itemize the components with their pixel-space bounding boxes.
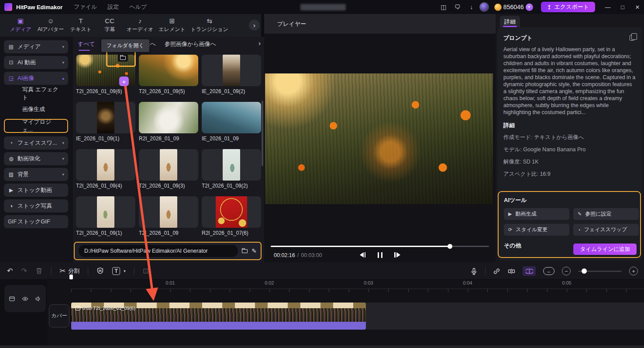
media-thumbnail[interactable] (202, 102, 261, 133)
add-to-timeline-button[interactable]: タイムラインに追加 (573, 244, 637, 255)
feedback-icon[interactable]: 🗨︎ (451, 2, 464, 12)
sidebar-item[interactable]: ◲ AI画像 ▴ (4, 72, 68, 85)
next-frame-button[interactable] (394, 251, 400, 258)
cover-button[interactable]: カバー (49, 304, 69, 327)
link-clips-icon[interactable] (493, 268, 500, 275)
ribbon-more-icon[interactable]: › (249, 20, 260, 31)
export-button[interactable]: ↥ エクスポート (541, 2, 595, 12)
ribbon-tab[interactable]: ▣ メディア (6, 17, 35, 33)
timeline-zoom-slider[interactable] (578, 271, 622, 272)
mute-speaker-icon[interactable] (35, 296, 41, 302)
ai-tool-button[interactable]: ▶ 動画生成 (504, 208, 569, 220)
sidebar-item[interactable]: ◔ フェイススワ... ▾ (4, 136, 68, 150)
credits-area[interactable]: 856046 + (494, 2, 533, 12)
media-tab[interactable]: すべて (78, 40, 95, 51)
ai-tool-button[interactable]: ⟳ スタイル変更 (504, 224, 569, 236)
text-tool-icon[interactable]: T▾ (112, 267, 126, 275)
undo-icon[interactable]: ↶ (7, 267, 13, 275)
ribbon-tab[interactable]: ⇆ トランジション (188, 17, 231, 33)
media-thumbnail[interactable] (202, 55, 261, 86)
media-item[interactable]: T2I_2026_01_09 (139, 196, 198, 236)
open-folder-icon[interactable] (118, 54, 128, 62)
avatar[interactable] (479, 2, 489, 12)
media-item[interactable]: R2I_2026_01_09 (139, 102, 198, 142)
media-thumbnail[interactable] (202, 196, 261, 228)
media-item[interactable]: T2I_2026_01_09(4) (76, 149, 135, 189)
delete-icon[interactable] (35, 267, 43, 275)
sidebar-item[interactable]: GIF ストックGIF (4, 215, 68, 228)
magnet-snap-icon[interactable] (508, 268, 515, 275)
media-thumbnail[interactable] (139, 149, 198, 181)
sidebar-item[interactable]: ▶ ストック動画 (4, 184, 68, 197)
media-item[interactable]: T2I_2026_01_09(5) (139, 55, 198, 94)
copy-icon[interactable] (630, 35, 634, 41)
redo-icon[interactable]: ↷ (21, 267, 27, 275)
media-thumbnail[interactable] (139, 102, 198, 133)
media-item[interactable]: T2I_2026_01_09(2) (202, 149, 261, 189)
player-progress-bar[interactable] (271, 246, 489, 247)
open-folder-path-icon[interactable] (242, 247, 248, 254)
maximize-button[interactable]: □ (616, 2, 629, 12)
media-tabs-more-icon[interactable]: › (258, 39, 261, 47)
download-icon[interactable]: ↓ (465, 2, 478, 12)
close-button[interactable]: ✕ (631, 2, 644, 12)
media-thumbnail[interactable] (76, 149, 135, 181)
track-type-icon[interactable] (9, 296, 15, 302)
media-thumbnail[interactable] (202, 149, 261, 181)
add-to-timeline-plus-button[interactable]: + (119, 77, 129, 86)
menu-help[interactable]: ヘルプ (129, 3, 147, 11)
sidebar-item[interactable]: マイプロジェ... (4, 119, 68, 133)
minimize-button[interactable]: — (601, 2, 614, 12)
sticker-marker-icon[interactable] (96, 267, 104, 275)
ribbon-tab[interactable]: ⊞ エレメント (156, 17, 188, 33)
media-item[interactable]: IE_2026_01_09(1) (76, 102, 135, 142)
sidebar-item[interactable]: ◑ ストック写真 (4, 199, 68, 212)
add-credits-button[interactable]: + (526, 3, 533, 11)
edit-path-icon[interactable]: ✎ (251, 247, 257, 254)
visibility-eye-icon[interactable] (22, 296, 28, 302)
playhead-handle[interactable] (69, 275, 73, 279)
ribbon-tab[interactable]: ☺ AIアバター (35, 17, 66, 33)
media-tab[interactable]: 参照画像から画像へ (165, 40, 216, 51)
media-item[interactable]: R2I_2026_01_07(6) (202, 196, 261, 236)
bottom-scrollbar[interactable] (0, 345, 644, 348)
menu-file[interactable]: ファイル (74, 3, 97, 11)
media-thumbnail[interactable] (139, 55, 198, 86)
pause-button[interactable] (377, 251, 383, 258)
fit-timeline-icon[interactable]: ↔ (543, 267, 554, 275)
timeline-ruler[interactable]: 0:010:020:030:040:05 (71, 280, 644, 292)
media-thumbnail[interactable] (76, 196, 135, 228)
zoom-out-button[interactable]: − (562, 267, 571, 275)
ribbon-tab[interactable]: CC 字幕 (95, 17, 124, 33)
split-button[interactable]: ✂ 分割 (60, 267, 79, 275)
menu-settings[interactable]: 設定 (107, 3, 119, 11)
ai-tool-button[interactable]: ✎ 参照に設定 (573, 208, 639, 220)
sidebar-item[interactable]: ⊡ AI 動画 ▾ (4, 56, 68, 69)
player-preview-image[interactable] (265, 73, 493, 204)
auto-ripple-icon[interactable] (523, 266, 536, 276)
zoom-slider-thumb[interactable] (582, 268, 587, 274)
sidebar-item[interactable]: ◍ 動画強化 ▾ (4, 152, 68, 165)
media-thumbnail[interactable] (76, 102, 135, 133)
keyframe-icon[interactable]: ⊡ (143, 267, 148, 275)
ai-tool-button[interactable]: ◔ フェイススワップ (573, 224, 639, 236)
sidebar-item[interactable]: ▤ メディア ▾ (4, 40, 68, 53)
player-progress-thumb[interactable] (448, 244, 452, 249)
sidebar-item[interactable]: 写真 エフェクト (4, 87, 68, 100)
sidebar-item[interactable]: ▨ 背景 ▾ (4, 168, 68, 181)
record-voice-icon[interactable] (470, 268, 478, 275)
media-item[interactable]: T2I_2026_01_09(3) (139, 149, 198, 189)
media-item[interactable]: T2I_2026_01_09(1) (76, 196, 135, 236)
media-item[interactable]: IE_2026_01_09 (202, 102, 261, 142)
media-item[interactable]: IE_2026_01_09(2) (202, 55, 261, 94)
ribbon-tab[interactable]: ♪ オーディオ (124, 17, 156, 33)
previous-frame-button[interactable] (360, 251, 366, 258)
media-scrollbar[interactable] (262, 101, 263, 166)
media-thumbnail[interactable] (139, 196, 198, 228)
layout-icon[interactable]: ◫ (437, 2, 450, 12)
sidebar-item[interactable]: 画像生成 (4, 103, 68, 115)
timeline-clip[interactable]: ↗ 0:03 T2I_2026_01_09(6) (71, 303, 366, 330)
folder-path-input[interactable]: D:/HitPaw Software/HitPaw Edimakor/AI Ge… (79, 245, 238, 257)
ribbon-tab[interactable]: T テキスト (66, 17, 95, 33)
zoom-in-button[interactable]: + (629, 267, 638, 275)
